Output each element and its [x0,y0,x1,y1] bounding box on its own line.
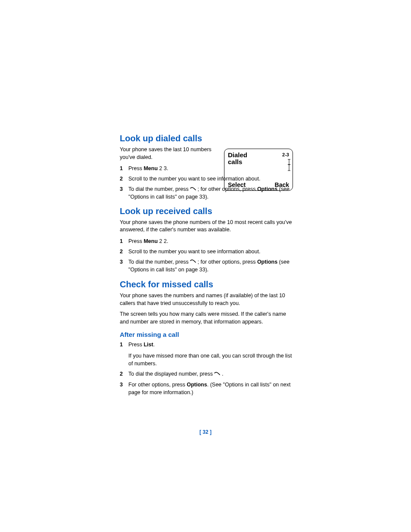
step-number: 3 [120,185,128,201]
steps-received: 1 Press Menu 2 2. 2 Scroll to the number… [120,237,292,274]
call-icon [190,187,196,192]
scrollbar-icon [288,159,290,171]
step-number: 2 [120,248,128,255]
step-number: 2 [120,175,128,183]
intro-dialed: Your phone saves the last 10 numbers you… [120,146,215,161]
missed-p1: Your phone saves the numbers and names (… [120,292,292,307]
step-number: 1 [120,165,128,172]
list-item: 3 For other options, press Options. (See… [120,381,292,396]
phone-screen-title: Dialed calls [228,152,247,165]
softkey-select: Select [228,181,246,188]
list-item: 1 Press List. [120,341,292,348]
page-number: [ 32 ] [0,429,411,435]
step-subtext: If you have missed more than one call, y… [120,352,292,367]
heading-received-calls: Look up received calls [120,206,292,216]
call-icon [214,372,220,377]
step-number: 1 [120,341,128,348]
heading-missed-calls: Check for missed calls [120,280,292,289]
step-number: 3 [120,258,128,274]
intro-received: Your phone saves the phone numbers of th… [120,219,292,234]
steps-missed-cont: 2 To dial the displayed number, press . … [120,370,292,396]
step-number: 2 [120,370,128,378]
missed-p2: The screen tells you how many calls were… [120,311,292,326]
step-number: 3 [120,381,128,396]
heading-dialed-calls: Look up dialed calls [120,134,292,143]
list-item: 2 To dial the displayed number, press . [120,370,292,378]
list-item: 3 To dial the number, press ; for other … [120,258,292,274]
step-text: Press Menu 2 2. [128,237,292,245]
step-text: Press List. [128,341,292,348]
step-text: To dial the number, press ; for other op… [128,258,292,274]
subheading-after-missing: After missing a call [120,331,292,338]
steps-missed: 1 Press List. [120,341,292,348]
step-number: 1 [120,237,128,245]
phone-screen-illustration: Dialed calls 2-3 Select Back [224,149,293,191]
list-item: 1 Press Menu 2 2. [120,237,292,245]
step-text: For other options, press Options. (See "… [128,381,292,396]
list-item: 2 Scroll to the number you want to see i… [120,248,292,255]
step-text: Scroll to the number you want to see inf… [128,248,292,255]
phone-screen-index: 2-3 [282,152,289,157]
softkey-back: Back [275,181,289,188]
step-text: To dial the displayed number, press . [128,370,292,378]
call-icon [190,259,196,264]
